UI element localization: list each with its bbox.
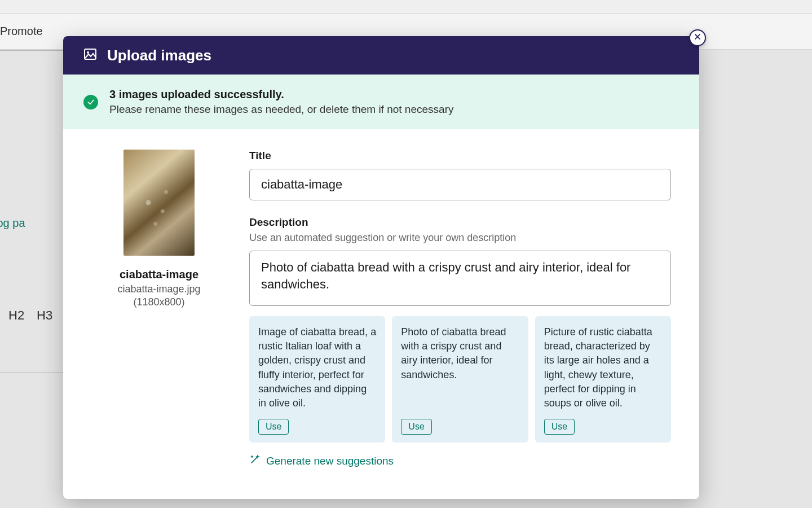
description-label: Description <box>249 216 671 229</box>
description-hint: Use an automated suggestion or write you… <box>249 232 671 244</box>
image-icon <box>83 47 97 63</box>
svg-rect-0 <box>85 49 96 59</box>
success-title: 3 images uploaded successfully. <box>109 88 453 101</box>
image-file-name: ciabatta-image.jpg <box>91 283 227 295</box>
check-circle-icon <box>83 95 98 110</box>
success-banner: 3 images uploaded successfully. Please r… <box>63 75 699 129</box>
image-preview-column: ciabatta-image ciabatta-image.jpg (1180x… <box>91 150 227 468</box>
use-suggestion-button[interactable]: Use <box>401 419 431 435</box>
title-input[interactable] <box>249 169 671 200</box>
generate-suggestions-label: Generate new suggestions <box>266 455 394 467</box>
title-label: Title <box>249 150 671 162</box>
image-thumbnail[interactable] <box>123 150 195 256</box>
suggestion-text: Picture of rustic ciabatta bread, charac… <box>544 325 662 410</box>
modal-header: Upload images <box>63 36 699 75</box>
image-dimensions: (1180x800) <box>91 296 227 308</box>
suggestions-row: Image of ciabatta bread, a rustic Italia… <box>249 316 671 443</box>
success-body: Please rename these images as needed, or… <box>109 103 453 116</box>
suggestion-card: Image of ciabatta bread, a rustic Italia… <box>249 316 385 443</box>
upload-images-modal: Upload images 3 images uploaded successf… <box>63 36 699 499</box>
description-input[interactable] <box>249 251 671 306</box>
generate-suggestions-button[interactable]: Generate new suggestions <box>249 454 671 468</box>
image-display-name: ciabatta-image <box>91 268 227 281</box>
modal-body: ciabatta-image ciabatta-image.jpg (1180x… <box>63 129 699 479</box>
suggestion-text: Image of ciabatta bread, a rustic Italia… <box>258 325 376 410</box>
use-suggestion-button[interactable]: Use <box>544 419 575 435</box>
close-button[interactable] <box>689 29 706 46</box>
suggestion-card: Picture of rustic ciabatta bread, charac… <box>535 316 671 443</box>
modal-title: Upload images <box>107 47 211 64</box>
suggestion-card: Photo of ciabatta bread with a crispy cr… <box>392 316 528 443</box>
magic-wand-icon <box>249 454 261 468</box>
use-suggestion-button[interactable]: Use <box>258 419 289 435</box>
suggestion-text: Photo of ciabatta bread with a crispy cr… <box>401 325 519 382</box>
image-form-column: Title Description Use an automated sugge… <box>249 150 671 468</box>
svg-point-1 <box>87 51 89 54</box>
success-text: 3 images uploaded successfully. Please r… <box>109 88 453 116</box>
close-icon <box>694 33 701 43</box>
